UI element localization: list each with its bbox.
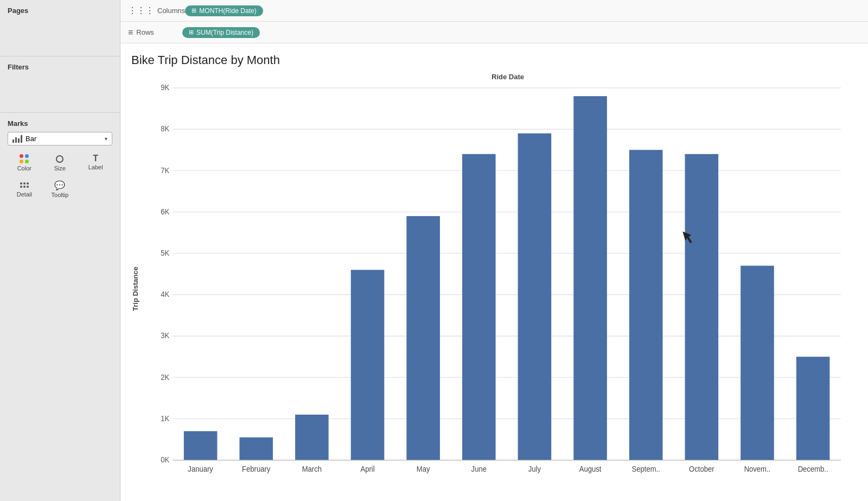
label-icon: T (93, 154, 98, 163)
bar-july[interactable] (518, 134, 552, 460)
svg-text:May: May (417, 465, 430, 474)
size-label: Size (54, 165, 66, 172)
svg-text:October: October (689, 465, 714, 474)
marks-dropdown-label: Bar (25, 135, 36, 143)
marks-type-dropdown[interactable]: Bar ▾ (8, 132, 112, 145)
svg-text:0K: 0K (161, 456, 169, 465)
marks-size-cell[interactable]: Size (43, 151, 77, 175)
rows-label: Rows (136, 28, 154, 36)
rows-pill[interactable]: ⊞ SUM(Trip Distance) (182, 27, 260, 38)
rows-row: ≡ Rows ⊞ SUM(Trip Distance) (120, 22, 868, 43)
marks-label-cell[interactable]: T Label (79, 151, 112, 175)
bar-may[interactable] (406, 216, 440, 460)
filters-body (8, 75, 112, 108)
marks-title: Marks (8, 119, 112, 128)
bar-chart-svg: 0K1K2K3K4K5K6K7K8K9KJanuaryFebruaryMarch… (143, 82, 852, 496)
columns-label: Columns (157, 7, 185, 15)
svg-text:2K: 2K (161, 373, 169, 382)
pages-body (8, 19, 112, 52)
bar-september[interactable] (629, 150, 663, 460)
pages-title: Pages (8, 7, 112, 15)
bar-october[interactable] (685, 154, 719, 460)
chart-svg-container[interactable]: 0K1K2K3K4K5K6K7K8K9KJanuaryFebruaryMarch… (143, 82, 852, 496)
bar-january[interactable] (184, 431, 218, 460)
columns-row: ⋮⋮⋮ Columns ⊞ MONTH(Ride Date) (120, 0, 868, 22)
svg-text:June: June (471, 465, 487, 474)
svg-text:April: April (360, 465, 374, 474)
detail-label: Detail (17, 191, 32, 198)
filters-section: Filters (0, 56, 120, 113)
bar-february[interactable] (239, 437, 273, 460)
bar-march[interactable] (295, 415, 329, 460)
filters-title: Filters (8, 63, 112, 71)
svg-text:Decemb..: Decemb.. (798, 465, 828, 474)
svg-text:Novem..: Novem.. (744, 465, 771, 474)
color-icon (20, 154, 29, 164)
svg-text:5K: 5K (161, 249, 169, 258)
rows-pill-icon: ⊞ (189, 29, 194, 36)
rows-icon: ≡ (128, 28, 133, 37)
svg-text:August: August (579, 465, 602, 474)
svg-text:4K: 4K (161, 290, 169, 299)
svg-text:Septem..: Septem.. (632, 465, 660, 474)
detail-icon (20, 180, 29, 190)
svg-text:January: January (188, 465, 213, 474)
marks-color-cell[interactable]: Color (8, 151, 41, 175)
bar-november[interactable] (741, 266, 774, 460)
bar-june[interactable] (462, 154, 496, 460)
rows-label-area: ≡ Rows (128, 28, 182, 37)
svg-text:1K: 1K (161, 414, 169, 423)
svg-text:February: February (242, 465, 270, 474)
x-axis-header: Ride Date (164, 73, 852, 81)
marks-detail-cell[interactable]: Detail (8, 177, 41, 201)
size-icon (55, 154, 65, 164)
svg-text:9K: 9K (161, 84, 169, 92)
chart-inner: 0K1K2K3K4K5K6K7K8K9KJanuaryFebruaryMarch… (143, 82, 852, 496)
tooltip-label: Tooltip (52, 192, 69, 198)
svg-text:6K: 6K (161, 207, 169, 216)
columns-icon: ⋮⋮⋮ (128, 5, 154, 16)
columns-pill[interactable]: ⊞ MONTH(Ride Date) (185, 5, 263, 16)
svg-text:March: March (302, 465, 322, 474)
columns-label-area: ⋮⋮⋮ Columns (128, 5, 185, 16)
y-axis-label: Trip Distance (131, 82, 139, 496)
svg-text:8K: 8K (161, 125, 169, 134)
chart-title: Bike Trip Distance by Month (131, 53, 852, 67)
bar-august[interactable] (573, 96, 607, 460)
color-label: Color (17, 165, 31, 172)
svg-text:July: July (528, 465, 541, 474)
dropdown-chevron-icon: ▾ (105, 136, 107, 142)
marks-grid: Color Size T Label (8, 151, 112, 201)
main-content: ⋮⋮⋮ Columns ⊞ MONTH(Ride Date) ≡ Rows ⊞ … (120, 0, 868, 501)
chart-area: Bike Trip Distance by Month Ride Date Tr… (120, 43, 868, 501)
pages-section: Pages (0, 0, 120, 56)
pill-calendar-icon: ⊞ (192, 7, 196, 14)
columns-pill-label: MONTH(Ride Date) (199, 7, 256, 15)
marks-tooltip-cell[interactable]: 💬 Tooltip (43, 177, 77, 201)
marks-dropdown-left: Bar (12, 135, 36, 143)
rows-pill-label: SUM(Trip Distance) (196, 29, 253, 36)
bar-april[interactable] (351, 270, 385, 460)
label-label: Label (88, 164, 103, 170)
bar-chart-icon (12, 135, 22, 143)
chart-body: Trip Distance 0K1K2K3K4K5K6K7K8K9KJanuar… (131, 82, 852, 496)
tooltip-icon: 💬 (54, 180, 65, 191)
sidebar: Pages Filters Marks Bar ▾ (0, 0, 120, 501)
svg-text:3K: 3K (161, 332, 169, 340)
svg-text:7K: 7K (161, 166, 169, 175)
bar-december[interactable] (796, 357, 830, 460)
marks-section: Marks Bar ▾ (0, 113, 120, 206)
